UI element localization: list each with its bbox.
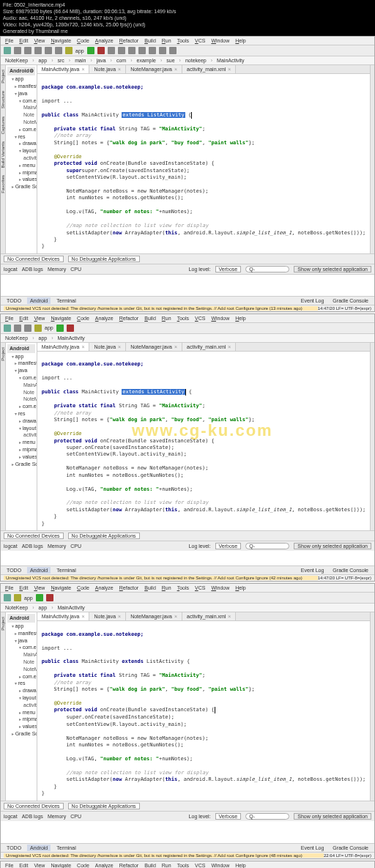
menu-view[interactable]: View bbox=[34, 38, 45, 43]
code-area[interactable]: package com.example.sue.notekeep; import… bbox=[37, 621, 371, 800]
tree-mainactivity[interactable]: MainActivity bbox=[7, 104, 35, 111]
project-tree[interactable]: Android app manifests java com.example.s… bbox=[6, 343, 37, 530]
tree-mipmap[interactable]: mipmap bbox=[7, 169, 35, 177]
save-icon[interactable] bbox=[4, 324, 11, 332]
vcs-warning[interactable]: Unregistered VCS root detected: The dire… bbox=[4, 306, 318, 311]
android-tab[interactable]: Android bbox=[27, 297, 51, 304]
build-icon[interactable] bbox=[65, 47, 73, 54]
filter-dropdown[interactable]: Show only selected application bbox=[294, 266, 371, 272]
run-config-dropdown[interactable]: app bbox=[75, 48, 84, 53]
device-dropdown[interactable]: No Connected Devices bbox=[4, 256, 64, 262]
run-icon[interactable] bbox=[36, 594, 43, 601]
tree-app[interactable]: app bbox=[7, 75, 35, 83]
copy-icon[interactable] bbox=[45, 47, 52, 54]
menubar[interactable]: FileEditViewNavigateCodeAnalyzeRefactorB… bbox=[1, 861, 374, 868]
tree-activity-main-xml[interactable]: activity_main.xml bbox=[7, 155, 35, 162]
menu-code[interactable]: Code bbox=[77, 38, 89, 43]
project-tree[interactable]: Android app manifests java com.example.s… bbox=[6, 612, 37, 800]
debug-icon[interactable] bbox=[97, 47, 105, 54]
tab-mainactivity[interactable]: MainActivity.java× bbox=[37, 65, 90, 73]
sync-icon[interactable] bbox=[149, 47, 156, 54]
menubar[interactable]: FileEditViewNavigateCodeAnalyzeRefactorB… bbox=[1, 314, 374, 323]
crumb-5[interactable]: com bbox=[115, 58, 127, 63]
memory-tab[interactable]: Memory bbox=[48, 267, 66, 272]
crumb-4[interactable]: java bbox=[95, 58, 108, 63]
app-dropdown[interactable]: No Debuggable Applications bbox=[68, 256, 140, 262]
crumb-1[interactable]: app bbox=[37, 58, 48, 63]
menu-analyze[interactable]: Analyze bbox=[95, 38, 114, 43]
logcat-output[interactable] bbox=[1, 274, 374, 296]
tab-activity-main[interactable]: activity_main.xml× bbox=[182, 65, 236, 73]
tree-gradle-scripts[interactable]: Gradle Scripts bbox=[7, 183, 35, 190]
code-area[interactable]: package com.example.sue.notekeep; import… bbox=[37, 352, 371, 530]
tree-androidtest[interactable]: com.example.sue.notekeep (androidTest) bbox=[7, 126, 35, 133]
build-variants-tab[interactable]: Build Variants bbox=[1, 140, 5, 170]
crumb-0[interactable]: NoteKeep bbox=[4, 58, 29, 63]
crumb-7[interactable]: sue bbox=[165, 58, 176, 63]
structure-tab[interactable]: Structure bbox=[1, 89, 5, 110]
avd-icon[interactable] bbox=[128, 47, 135, 54]
stop-icon[interactable] bbox=[118, 47, 125, 54]
cpu-tab[interactable]: CPU bbox=[70, 267, 81, 272]
close-icon[interactable]: × bbox=[228, 67, 231, 72]
menu-refactor[interactable]: Refactor bbox=[119, 38, 138, 43]
loglevel-dropdown[interactable]: Verbose bbox=[215, 266, 242, 272]
project-tree[interactable]: Android⚙ app manifests java com.example.… bbox=[6, 65, 37, 253]
tree-values[interactable]: values bbox=[7, 176, 35, 183]
tree-manifests[interactable]: manifests bbox=[7, 83, 35, 90]
menu-help[interactable]: Help bbox=[235, 38, 245, 43]
crumb-6[interactable]: example bbox=[135, 58, 157, 63]
gradle-console-tab[interactable]: Gradle Console bbox=[330, 297, 371, 304]
todo-tab[interactable]: TODO bbox=[4, 297, 24, 304]
tree-notemanager[interactable]: NoteManager bbox=[7, 119, 35, 126]
menu-file[interactable]: File bbox=[5, 38, 13, 43]
save-icon[interactable] bbox=[4, 594, 11, 601]
tree-menu[interactable]: menu bbox=[7, 162, 35, 169]
project-tab[interactable]: Project bbox=[1, 68, 5, 85]
settings-icon[interactable] bbox=[159, 47, 166, 54]
tree-note[interactable]: Note bbox=[7, 111, 35, 119]
save-icon[interactable] bbox=[4, 47, 11, 54]
run-icon[interactable] bbox=[87, 47, 94, 54]
captures-tab[interactable]: Captures bbox=[1, 115, 5, 136]
tree-layout[interactable]: layout bbox=[7, 147, 35, 155]
tab-notemanager[interactable]: NoteManager.java× bbox=[126, 65, 182, 73]
run-config-dropdown[interactable]: app bbox=[45, 325, 53, 330]
crumb-9[interactable]: MainActivity bbox=[215, 58, 245, 63]
menu-run[interactable]: Run bbox=[162, 38, 171, 43]
menu-vcs[interactable]: VCS bbox=[195, 38, 205, 43]
favorites-tab[interactable]: Favorites bbox=[1, 174, 5, 195]
debug-icon[interactable] bbox=[67, 324, 74, 332]
paste-icon[interactable] bbox=[55, 47, 62, 54]
run-icon[interactable] bbox=[56, 324, 64, 332]
build-icon[interactable] bbox=[34, 324, 42, 332]
event-log-tab[interactable]: Event Log bbox=[298, 297, 327, 304]
tree-res[interactable]: res bbox=[7, 133, 35, 141]
logcat-tab[interactable]: logcat bbox=[4, 267, 18, 272]
crumb-2[interactable]: src bbox=[56, 58, 66, 63]
redo-icon[interactable] bbox=[24, 324, 31, 332]
undo-icon[interactable] bbox=[14, 47, 21, 54]
crumb-3[interactable]: main bbox=[73, 58, 87, 63]
menu-navigate[interactable]: Navigate bbox=[51, 38, 71, 43]
crumb-8[interactable]: notekeep bbox=[184, 58, 208, 63]
help-icon[interactable] bbox=[169, 47, 177, 54]
log-search[interactable]: Q- bbox=[245, 266, 289, 272]
attach-icon[interactable] bbox=[108, 47, 115, 54]
menubar[interactable]: FileEditViewNavigateCodeAnalyzeRefactorB… bbox=[1, 584, 374, 593]
menu-tools[interactable]: Tools bbox=[177, 38, 189, 43]
menu-build[interactable]: Build bbox=[144, 38, 156, 43]
undo-icon[interactable] bbox=[14, 324, 21, 332]
sdk-icon[interactable] bbox=[138, 47, 146, 54]
tab-mainactivity[interactable]: MainActivity.java× bbox=[37, 343, 90, 351]
redo-icon[interactable] bbox=[24, 47, 31, 54]
debug-icon[interactable] bbox=[46, 594, 53, 601]
close-icon[interactable]: × bbox=[174, 67, 177, 72]
code-area[interactable]: package com.example.sue.notekeep; import… bbox=[37, 74, 371, 253]
cut-icon[interactable] bbox=[34, 47, 42, 54]
menu-window[interactable]: Window bbox=[211, 38, 229, 43]
tab-note[interactable]: Note.java× bbox=[89, 65, 126, 73]
tree-drawable[interactable]: drawable bbox=[7, 140, 35, 147]
build-icon[interactable] bbox=[14, 594, 21, 601]
close-icon[interactable]: × bbox=[118, 67, 121, 72]
